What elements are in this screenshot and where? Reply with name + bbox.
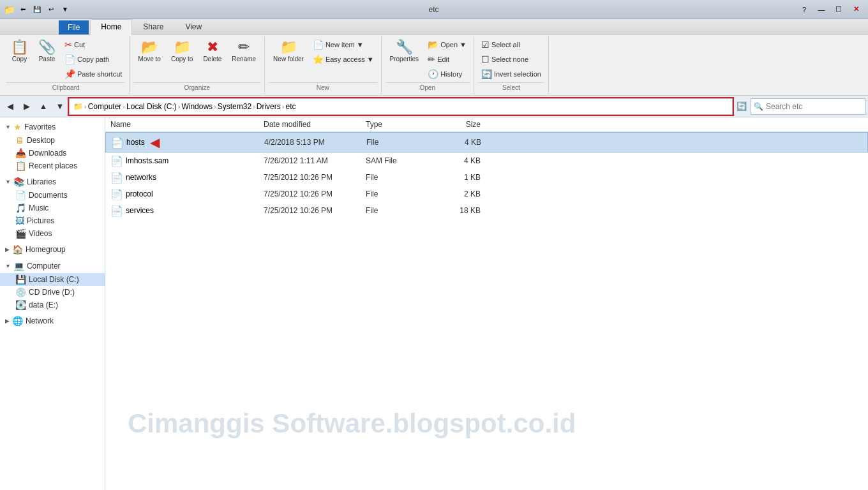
- sidebar-item-desktop[interactable]: 🖥 Desktop: [0, 134, 105, 147]
- breadcrumb-local-disk[interactable]: Local Disk (C:): [126, 102, 177, 111]
- copy-path-button[interactable]: 📄 Copy path: [61, 52, 125, 66]
- main-layout: ▼ ★ Favorites 🖥 Desktop 📥 Downloads 📋 Re…: [0, 117, 868, 490]
- libraries-header[interactable]: ▼ 📚 Libraries: [0, 175, 105, 189]
- refresh-button[interactable]: 🔄: [734, 99, 749, 114]
- minimize-button[interactable]: —: [813, 3, 830, 16]
- networks-date: 7/25/2012 10:26 PM: [264, 173, 366, 182]
- delete-button[interactable]: ✖ Delete: [198, 38, 226, 65]
- sidebar-item-music[interactable]: 🎵 Music: [0, 202, 105, 214]
- libraries-label: Libraries: [27, 177, 56, 186]
- sidebar-item-downloads[interactable]: 📥 Downloads: [0, 147, 105, 160]
- breadcrumb-drivers[interactable]: Drivers: [257, 102, 281, 111]
- column-name[interactable]: Name: [110, 120, 264, 129]
- forward-button[interactable]: ▶: [19, 99, 34, 114]
- file-row-services[interactable]: 📄 services 7/25/2012 10:26 PM File 18 KB: [105, 202, 868, 219]
- breadcrumb-computer[interactable]: Computer: [88, 102, 122, 111]
- paste-shortcut-button[interactable]: 📌 Paste shortcut: [61, 67, 125, 81]
- sidebar-item-data[interactable]: 💽 data (E:): [0, 299, 105, 311]
- properties-button[interactable]: 🔧 Properties: [385, 38, 424, 65]
- qab-save[interactable]: 💾: [31, 4, 43, 15]
- select-none-button[interactable]: ☐ Select none: [478, 52, 544, 66]
- breadcrumb[interactable]: 📁 › Computer › Local Disk (C:) › Windows…: [69, 98, 733, 115]
- paste-icon: 📎: [38, 40, 56, 54]
- recent-icon: 📋: [15, 161, 26, 171]
- breadcrumb-etc[interactable]: etc: [285, 102, 296, 111]
- tab-home[interactable]: Home: [90, 19, 132, 35]
- column-size[interactable]: Size: [430, 120, 481, 129]
- move-to-button[interactable]: 📂 Move to: [133, 38, 165, 65]
- qab-dropdown[interactable]: ▼: [59, 4, 71, 15]
- file-row-lmhosts[interactable]: 📄 lmhosts.sam 7/26/2012 1:11 AM SAM File…: [105, 152, 868, 169]
- organize-buttons: 📂 Move to 📁 Copy to ✖ Delete ✏ Rename: [133, 38, 260, 81]
- ribbon-tabs: File Home Share View: [0, 19, 868, 35]
- documents-label: Documents: [29, 191, 68, 200]
- select-all-button[interactable]: ☑ Select all: [478, 38, 544, 52]
- tab-share[interactable]: Share: [132, 19, 174, 34]
- file-row-protocol[interactable]: 📄 protocol 7/25/2012 10:26 PM File 2 KB: [105, 186, 868, 202]
- network-header[interactable]: ▶ 🌐 Network: [0, 314, 105, 328]
- copy-button[interactable]: 📋 Copy: [6, 38, 33, 65]
- back-button[interactable]: ◀: [3, 99, 18, 114]
- recent-label: Recent places: [29, 161, 77, 170]
- sidebar-item-local-disk[interactable]: 💾 Local Disk (C:): [0, 273, 105, 286]
- organize-group: 📂 Move to 📁 Copy to ✖ Delete ✏ Rename Or…: [130, 36, 265, 94]
- history-button[interactable]: 🕐 History: [424, 67, 470, 81]
- window-icon: 📁: [4, 4, 14, 15]
- breadcrumb-system32[interactable]: System32: [218, 102, 251, 111]
- protocol-name: protocol: [126, 189, 153, 198]
- easy-access-icon: ⭐: [313, 54, 324, 64]
- breadcrumb-windows[interactable]: Windows: [181, 102, 213, 111]
- column-date[interactable]: Date modified: [264, 120, 366, 129]
- help-button[interactable]: ?: [796, 3, 812, 16]
- file-row-hosts[interactable]: 📄 hosts ◀ 4/2/2018 5:13 PM File 4 KB: [105, 132, 868, 152]
- up-button[interactable]: ▲: [36, 99, 51, 114]
- sidebar-item-videos[interactable]: 🎬 Videos: [0, 227, 105, 240]
- qab-minimize[interactable]: ⬅: [17, 4, 29, 15]
- easy-access-button[interactable]: ⭐ Easy access ▼: [310, 52, 377, 66]
- edit-button[interactable]: ✏ Edit: [424, 52, 470, 66]
- copy-to-button[interactable]: 📁 Copy to: [167, 38, 197, 65]
- paste-button[interactable]: 📎 Paste: [34, 38, 60, 65]
- tab-view[interactable]: View: [174, 19, 213, 34]
- clipboard-group: 📋 Copy 📎 Paste ✂ Cut 📄 Copy path: [3, 36, 130, 94]
- maximize-button[interactable]: ☐: [830, 3, 847, 16]
- select-group: ☑ Select all ☐ Select none 🔄 Invert sele…: [474, 36, 549, 94]
- new-item-button[interactable]: 📄 New item ▼: [310, 38, 377, 52]
- sidebar-item-documents[interactable]: 📄 Documents: [0, 189, 105, 202]
- favorites-header[interactable]: ▼ ★ Favorites: [0, 120, 105, 134]
- lmhosts-date: 7/26/2012 1:11 AM: [264, 156, 366, 165]
- homegroup-header[interactable]: ▶ 🏠 Homegroup: [0, 242, 105, 256]
- protocol-date: 7/25/2012 10:26 PM: [264, 189, 366, 198]
- invert-selection-button[interactable]: 🔄 Invert selection: [478, 67, 544, 81]
- search-input[interactable]: [766, 102, 862, 111]
- networks-type: File: [366, 173, 430, 182]
- sidebar-item-pictures[interactable]: 🖼 Pictures: [0, 214, 105, 227]
- services-name-cell: 📄 services: [110, 204, 264, 217]
- qab-undo[interactable]: ↩: [45, 4, 57, 15]
- computer-header[interactable]: ▼ 💻 Computer: [0, 259, 105, 273]
- homegroup-section: ▶ 🏠 Homegroup: [0, 242, 105, 256]
- file-row-networks[interactable]: 📄 networks 7/25/2012 10:26 PM File 1 KB: [105, 169, 868, 186]
- open-button[interactable]: 📂 Open ▼: [424, 38, 470, 52]
- hosts-name-cell: 📄 hosts ◀: [111, 135, 264, 150]
- protocol-name-cell: 📄 protocol: [110, 188, 264, 200]
- data-label: data (E:): [29, 301, 58, 309]
- videos-icon: 🎬: [15, 228, 26, 239]
- column-type[interactable]: Type: [366, 120, 430, 129]
- local-disk-label: Local Disk (C:): [29, 275, 79, 284]
- networks-name-cell: 📄 networks: [110, 171, 264, 184]
- copy-icon: 📋: [11, 40, 28, 54]
- tab-file[interactable]: File: [59, 20, 89, 34]
- pictures-icon: 🖼: [15, 216, 24, 226]
- new-folder-button[interactable]: 📁 New folder: [269, 38, 308, 65]
- close-button[interactable]: ✕: [848, 3, 864, 16]
- services-type: File: [366, 206, 430, 215]
- rename-button[interactable]: ✏ Rename: [227, 38, 260, 65]
- music-icon: 🎵: [15, 203, 26, 213]
- libraries-section: ▼ 📚 Libraries 📄 Documents 🎵 Music 🖼 Pict…: [0, 175, 105, 240]
- sidebar-item-recent[interactable]: 📋 Recent places: [0, 160, 105, 172]
- recent-button[interactable]: ▼: [52, 99, 68, 114]
- cut-button[interactable]: ✂ Cut: [61, 38, 125, 52]
- sidebar-item-cd-drive[interactable]: 💿 CD Drive (D:): [0, 286, 105, 299]
- hosts-size: 4 KB: [430, 138, 481, 147]
